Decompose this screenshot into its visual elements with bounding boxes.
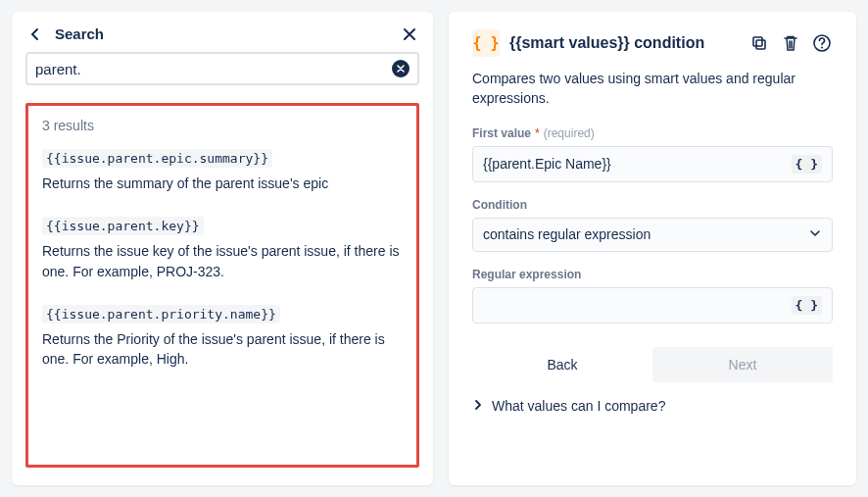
condition-panel: { } {{smart values}} condition Compares … <box>449 12 856 485</box>
condition-select-group: Condition contains regular expression <box>472 198 833 252</box>
condition-label: Condition <box>472 198 833 212</box>
condition-header: { } {{smart values}} condition <box>472 29 833 57</box>
first-value-group: First value* (required) { } <box>472 126 833 182</box>
button-row: Back Next <box>472 347 833 382</box>
clear-search-icon[interactable] <box>392 60 410 77</box>
search-panel: Search 3 results {{issue.parent.epic.sum… <box>12 12 433 485</box>
first-value-label: First value* (required) <box>472 126 833 140</box>
result-code: {{issue.parent.priority.name}} <box>42 305 280 323</box>
regex-group: Regular expression { } <box>472 268 833 323</box>
expand-label: What values can I compare? <box>492 398 665 414</box>
compare-help-expand[interactable]: What values can I compare? <box>472 398 833 414</box>
required-text: (required) <box>544 126 595 140</box>
results-count: 3 results <box>42 118 403 133</box>
first-value-input[interactable] <box>483 156 792 172</box>
regex-input-wrap: { } <box>472 287 833 323</box>
condition-selected-value: contains regular expression <box>483 226 651 242</box>
condition-description: Compares two values using smart values a… <box>472 69 833 109</box>
condition-title: {{smart values}} condition <box>509 34 704 52</box>
search-box <box>25 52 419 85</box>
required-marker: * <box>535 126 540 140</box>
help-icon[interactable] <box>811 32 833 54</box>
close-icon[interactable] <box>402 26 417 42</box>
braces-icon: { } <box>472 29 500 57</box>
label-text: Condition <box>472 198 527 212</box>
label-text: Regular expression <box>472 268 581 281</box>
label-text: First value <box>472 126 531 140</box>
svg-rect-0 <box>753 37 762 46</box>
regex-label: Regular expression <box>472 268 833 281</box>
chevron-down-icon <box>808 226 822 243</box>
back-button[interactable]: Back <box>472 347 652 382</box>
chevron-right-icon <box>472 398 484 414</box>
regex-input[interactable] <box>483 297 792 313</box>
svg-point-3 <box>821 47 823 49</box>
first-value-input-wrap: { } <box>472 146 833 182</box>
search-input[interactable] <box>35 61 392 77</box>
back-icon[interactable] <box>27 26 43 42</box>
result-description: Returns the issue key of the issue's par… <box>42 241 403 281</box>
search-header: Search <box>25 25 419 52</box>
result-item[interactable]: {{issue.parent.key}} Returns the issue k… <box>42 217 403 281</box>
copy-icon[interactable] <box>748 32 770 54</box>
result-item[interactable]: {{issue.parent.epic.summary}} Returns th… <box>42 149 403 193</box>
smart-value-picker-icon[interactable]: { } <box>792 296 822 315</box>
condition-select[interactable]: contains regular expression <box>472 218 833 252</box>
result-item[interactable]: {{issue.parent.priority.name}} Returns t… <box>42 305 403 370</box>
svg-rect-1 <box>756 40 765 49</box>
result-code: {{issue.parent.key}} <box>42 217 204 235</box>
search-title: Search <box>55 25 104 42</box>
result-description: Returns the summary of the parent issue'… <box>42 174 403 193</box>
condition-actions <box>748 32 833 54</box>
smart-value-picker-icon[interactable]: { } <box>792 155 822 174</box>
result-code: {{issue.parent.epic.summary}} <box>42 149 272 168</box>
next-button[interactable]: Next <box>652 347 833 382</box>
result-description: Returns the Priority of the issue's pare… <box>42 329 403 370</box>
results-highlight-box: 3 results {{issue.parent.epic.summary}} … <box>25 103 419 468</box>
delete-icon[interactable] <box>780 32 801 54</box>
